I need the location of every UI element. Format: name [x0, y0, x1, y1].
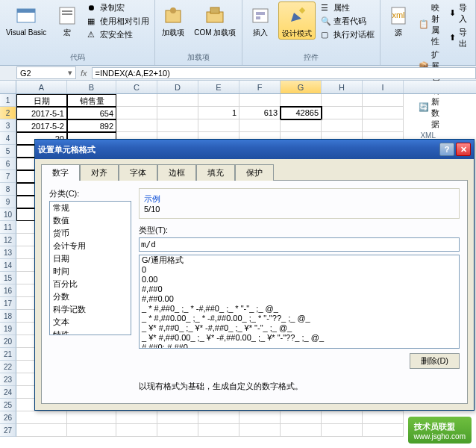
row-header[interactable]: 6	[0, 158, 16, 170]
row-header[interactable]: 21	[0, 348, 16, 361]
format-item[interactable]: 0	[140, 265, 459, 275]
design-mode-button[interactable]: 设计模式	[278, 1, 316, 40]
category-item[interactable]: 常规	[50, 202, 131, 214]
col-header-E[interactable]: E	[198, 81, 239, 93]
category-item[interactable]: 时间	[50, 265, 131, 278]
cell[interactable]	[198, 94, 239, 107]
cell[interactable]	[157, 119, 198, 132]
cell[interactable]	[281, 424, 322, 437]
row-header[interactable]: 15	[0, 272, 16, 284]
cell[interactable]	[157, 94, 198, 107]
format-item[interactable]: _ * #,##0.00_ ;_ * -#,##0.00_ ;_ * "-"??…	[140, 314, 459, 323]
row-header[interactable]: 12	[0, 234, 16, 246]
dialog-tab[interactable]: 保护	[235, 164, 274, 181]
row-header[interactable]: 16	[0, 284, 16, 297]
name-box[interactable]: G2▾	[16, 66, 76, 79]
row-header[interactable]: 11	[0, 221, 16, 234]
cell[interactable]	[281, 411, 322, 424]
cell[interactable]	[157, 411, 198, 424]
row-header[interactable]: 17	[0, 297, 16, 310]
cell[interactable]	[322, 424, 363, 437]
xml-export-button[interactable]: ⬆导出	[447, 26, 472, 50]
row-header[interactable]: 27	[0, 424, 16, 437]
cell[interactable]	[116, 107, 157, 119]
cell[interactable]	[363, 107, 404, 119]
dialog-tab[interactable]: 数字	[41, 164, 80, 181]
category-item[interactable]: 文本	[50, 316, 131, 329]
cell[interactable]	[116, 94, 157, 107]
dialog-close-button[interactable]: ✕	[456, 143, 471, 156]
format-item[interactable]: _ ¥* #,##0_ ;_ ¥* -#,##0_ ;_ ¥* "-"_ ;_ …	[140, 323, 459, 333]
cell[interactable]	[16, 424, 67, 437]
dialog-titlebar[interactable]: 设置单元格格式 ? ✕	[35, 140, 474, 159]
cell[interactable]: 日期	[16, 94, 67, 107]
col-header-B[interactable]: B	[67, 81, 116, 93]
format-item[interactable]: 0.00	[140, 275, 459, 284]
cell[interactable]	[281, 119, 322, 132]
record-macro-button[interactable]: ⏺录制宏	[85, 1, 151, 14]
col-header-H[interactable]: H	[322, 81, 363, 93]
row-header[interactable]: 10	[0, 208, 16, 221]
col-header-A[interactable]: A	[16, 81, 67, 93]
row-header[interactable]: 18	[0, 310, 16, 323]
format-item[interactable]: _ ¥* #,##0.00_ ;_ ¥* -#,##0.00_ ;_ ¥* "-…	[140, 333, 459, 343]
cell[interactable]	[116, 424, 157, 437]
cell[interactable]: 613	[239, 107, 281, 119]
cell[interactable]	[116, 411, 157, 424]
row-header[interactable]: 26	[0, 411, 16, 424]
cell[interactable]	[239, 119, 281, 132]
row-header[interactable]: 9	[0, 196, 16, 208]
cell[interactable]	[239, 424, 281, 437]
category-item[interactable]: 科学记数	[50, 303, 131, 316]
cell[interactable]	[322, 119, 363, 132]
select-all-corner[interactable]	[0, 81, 16, 93]
row-header[interactable]: 20	[0, 335, 16, 348]
category-item[interactable]: 百分比	[50, 278, 131, 290]
cell[interactable]: 654	[67, 107, 116, 119]
col-header-I[interactable]: I	[363, 81, 404, 93]
cell[interactable]: 1	[198, 107, 239, 119]
namebox-dropdown-icon[interactable]: ▾	[68, 68, 72, 78]
cell[interactable]	[363, 424, 404, 437]
row-header[interactable]: 3	[0, 119, 16, 132]
format-item[interactable]: #,##0;-#,##0	[140, 343, 459, 349]
delete-format-button[interactable]: 删除(D)	[410, 353, 460, 369]
cell[interactable]	[116, 119, 157, 132]
cell[interactable]	[198, 424, 239, 437]
category-item[interactable]: 货币	[50, 227, 131, 240]
category-item[interactable]: 数值	[50, 214, 131, 227]
cell[interactable]	[363, 119, 404, 132]
cell[interactable]: 42865	[281, 107, 322, 119]
format-listbox[interactable]: G/通用格式00.00#,##0#,##0.00_ * #,##0_ ;_ * …	[139, 255, 460, 349]
insert-control-button[interactable]: 插入	[245, 1, 275, 38]
category-item[interactable]: 会计专用	[50, 240, 131, 252]
row-header[interactable]: 19	[0, 323, 16, 335]
col-header-C[interactable]: C	[116, 81, 157, 93]
row-header[interactable]: 24	[0, 386, 16, 399]
cell[interactable]	[198, 119, 239, 132]
cell[interactable]	[198, 411, 239, 424]
row-header[interactable]: 4	[0, 132, 16, 145]
relative-ref-button[interactable]: ▦使用相对引用	[85, 15, 151, 28]
row-header[interactable]: 7	[0, 170, 16, 183]
format-item[interactable]: _ * #,##0_ ;_ * -#,##0_ ;_ * "-"_ ;_ @_	[140, 304, 459, 314]
dialog-tab[interactable]: 字体	[119, 164, 157, 181]
format-item[interactable]: G/通用格式	[140, 255, 459, 265]
cell[interactable]: 892	[67, 119, 116, 132]
cell[interactable]	[16, 411, 67, 424]
cell[interactable]	[322, 94, 363, 107]
addins-button[interactable]: 加载项	[158, 1, 188, 38]
row-header[interactable]: 13	[0, 246, 16, 259]
run-dialog-button[interactable]: ▢执行对话框	[319, 28, 377, 41]
row-header[interactable]: 2	[0, 107, 16, 119]
map-props-button[interactable]: 📋映射属性	[416, 1, 444, 48]
cell[interactable]	[281, 94, 322, 107]
macro-security-button[interactable]: ⚠宏安全性	[85, 28, 151, 41]
col-header-F[interactable]: F	[239, 81, 281, 93]
row-header[interactable]: 5	[0, 145, 16, 158]
visual-basic-button[interactable]: Visual Basic	[3, 1, 49, 38]
com-addins-button[interactable]: COM 加载项	[191, 1, 239, 38]
fx-icon[interactable]: fx	[76, 69, 92, 78]
col-header-G[interactable]: G	[281, 81, 322, 93]
cell[interactable]	[322, 411, 363, 424]
